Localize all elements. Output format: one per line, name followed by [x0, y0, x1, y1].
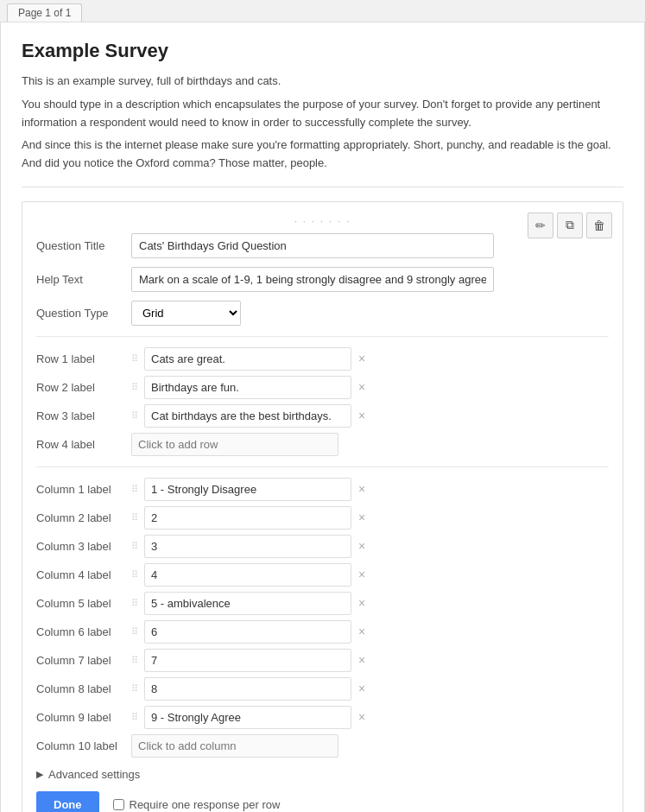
help-text-row: Help Text: [36, 267, 609, 292]
require-response-label[interactable]: Require one response per row: [113, 798, 281, 811]
row4-input[interactable]: [131, 433, 338, 456]
col1-remove-button[interactable]: ×: [358, 483, 365, 495]
page-tab: Page 1 of 1: [7, 3, 82, 22]
col8-drag-handle: ⠿: [131, 683, 139, 695]
row3-label: Row 3 label: [36, 409, 131, 422]
row1-row: Row 1 label ⠿ ×: [36, 347, 609, 371]
row1-label: Row 1 label: [36, 352, 131, 365]
row2-remove-button[interactable]: ×: [358, 381, 365, 393]
col8-input[interactable]: [144, 677, 351, 701]
col9-drag-handle: ⠿: [131, 712, 139, 723]
col6-remove-button[interactable]: ×: [358, 625, 365, 638]
col7-drag-handle: ⠿: [131, 655, 139, 666]
row2-row: Row 2 label ⠿ ×: [36, 376, 609, 399]
col3-label: Column 3 label: [36, 540, 131, 553]
question-title-label: Question Title: [36, 239, 131, 252]
advanced-settings[interactable]: ▶ Advanced settings: [36, 768, 609, 781]
card-actions: ✏ ⧉ 🗑: [528, 213, 612, 238]
col8-row: Column 8 label ⠿ ×: [36, 677, 609, 701]
question-card: · · · · · · · ✏ ⧉ 🗑 Question Title Help …: [22, 201, 623, 812]
question-title-input[interactable]: [131, 233, 494, 258]
drag-handle: · · · · · · ·: [36, 216, 609, 226]
question-title-row: Question Title: [36, 233, 609, 258]
col3-input[interactable]: [144, 535, 351, 558]
col1-drag-handle: ⠿: [131, 484, 139, 495]
help-text-input[interactable]: [131, 267, 494, 292]
row4-label: Row 4 label: [36, 438, 131, 451]
survey-desc-2: You should type in a description which e…: [22, 96, 623, 132]
edit-icon: ✏: [535, 219, 546, 232]
col6-drag-handle: ⠿: [131, 626, 139, 638]
row1-remove-button[interactable]: ×: [358, 352, 365, 365]
col5-drag-handle: ⠿: [131, 598, 139, 609]
col2-drag-handle: ⠿: [131, 512, 139, 523]
row2-drag-handle: ⠿: [131, 382, 139, 393]
row3-remove-button[interactable]: ×: [358, 409, 365, 422]
col10-input[interactable]: [131, 734, 338, 758]
rows-divider: [36, 336, 609, 337]
col1-row: Column 1 label ⠿ ×: [36, 478, 609, 501]
col6-label: Column 6 label: [36, 625, 131, 638]
edit-button[interactable]: ✏: [528, 213, 553, 238]
col5-label: Column 5 label: [36, 597, 131, 610]
col2-input[interactable]: [144, 506, 351, 530]
col7-input[interactable]: [144, 649, 351, 672]
col9-label: Column 9 label: [36, 711, 131, 724]
col4-drag-handle: ⠿: [131, 569, 139, 580]
row3-input[interactable]: [144, 404, 351, 428]
col10-row: Column 10 label: [36, 734, 609, 758]
col2-label: Column 2 label: [36, 511, 131, 524]
copy-button[interactable]: ⧉: [557, 213, 583, 238]
col5-remove-button[interactable]: ×: [358, 597, 365, 609]
col8-remove-button[interactable]: ×: [358, 682, 365, 695]
done-button[interactable]: Done: [36, 791, 99, 812]
advanced-settings-arrow-icon: ▶: [36, 769, 43, 780]
require-response-checkbox[interactable]: [113, 799, 124, 810]
question-type-select[interactable]: Grid Text Multiple Choice Checkboxes Sca…: [131, 301, 241, 326]
main-container: Example Survey This is an example survey…: [0, 22, 645, 812]
delete-button[interactable]: 🗑: [586, 213, 612, 238]
col4-label: Column 4 label: [36, 568, 131, 581]
done-row: Done Require one response per row: [36, 791, 609, 812]
row2-input[interactable]: [144, 376, 351, 399]
columns-divider: [36, 466, 609, 467]
row1-input[interactable]: [144, 347, 351, 371]
delete-icon: 🗑: [593, 219, 605, 232]
col3-remove-button[interactable]: ×: [358, 540, 365, 552]
col4-input[interactable]: [144, 563, 351, 587]
col4-row: Column 4 label ⠿ ×: [36, 563, 609, 587]
row1-drag-handle: ⠿: [131, 353, 139, 365]
row2-label: Row 2 label: [36, 381, 131, 394]
col5-input[interactable]: [144, 592, 351, 615]
col7-row: Column 7 label ⠿ ×: [36, 649, 609, 672]
col8-label: Column 8 label: [36, 682, 131, 695]
col1-label: Column 1 label: [36, 483, 131, 496]
divider: [22, 187, 623, 187]
survey-desc-1: This is an example survey, full of birth…: [22, 73, 623, 91]
col9-remove-button[interactable]: ×: [358, 711, 365, 723]
survey-title: Example Survey: [22, 40, 623, 62]
col1-input[interactable]: [144, 478, 351, 501]
col4-remove-button[interactable]: ×: [358, 568, 365, 580]
col10-label: Column 10 label: [36, 739, 131, 752]
question-type-label: Question Type: [36, 307, 131, 320]
col6-input[interactable]: [144, 620, 351, 644]
col6-row: Column 6 label ⠿ ×: [36, 620, 609, 644]
row3-drag-handle: ⠿: [131, 410, 139, 422]
advanced-settings-label: Advanced settings: [48, 768, 140, 781]
col9-row: Column 9 label ⠿ ×: [36, 706, 609, 729]
col3-row: Column 3 label ⠿ ×: [36, 535, 609, 558]
col9-input[interactable]: [144, 706, 351, 729]
copy-icon: ⧉: [566, 218, 574, 232]
col7-label: Column 7 label: [36, 654, 131, 667]
col3-drag-handle: ⠿: [131, 541, 139, 552]
survey-desc-3: And since this is the internet please ma…: [22, 136, 623, 173]
help-text-label: Help Text: [36, 273, 131, 286]
col2-row: Column 2 label ⠿ ×: [36, 506, 609, 530]
col2-remove-button[interactable]: ×: [358, 511, 365, 523]
col7-remove-button[interactable]: ×: [358, 654, 365, 666]
question-type-row: Question Type Grid Text Multiple Choice …: [36, 301, 609, 326]
row3-row: Row 3 label ⠿ ×: [36, 404, 609, 428]
col5-row: Column 5 label ⠿ ×: [36, 592, 609, 615]
row4-row: Row 4 label: [36, 433, 609, 456]
